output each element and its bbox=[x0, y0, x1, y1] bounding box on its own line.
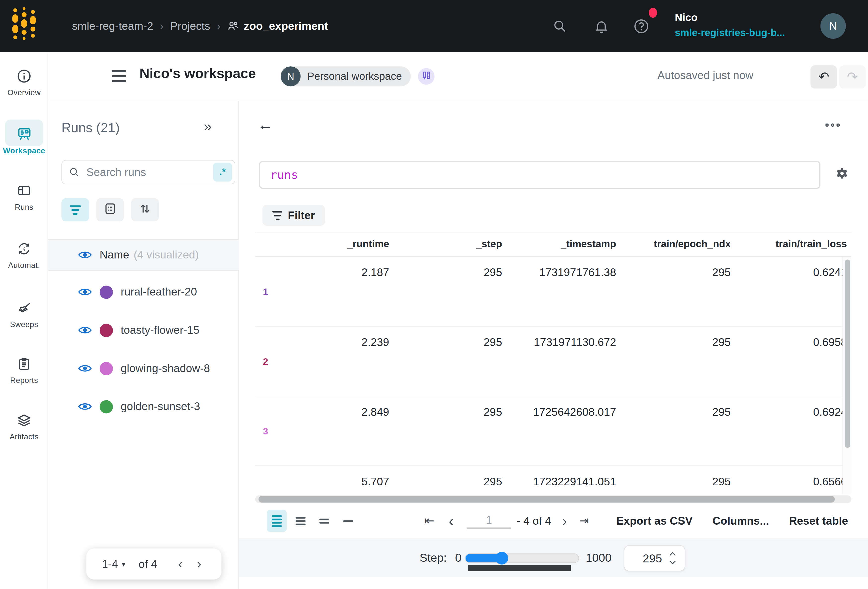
prev-page-button[interactable]: ‹ bbox=[446, 512, 457, 529]
regex-toggle-button[interactable]: .* bbox=[213, 163, 232, 182]
pencil-ruler-icon bbox=[422, 71, 431, 82]
export-csv-button[interactable]: Export as CSV bbox=[616, 514, 692, 527]
sidebar-item-workspace[interactable]: Workspace bbox=[0, 126, 48, 155]
eye-visibility-icon[interactable] bbox=[78, 287, 92, 297]
run-list-item[interactable]: toasty-flower-15 bbox=[48, 311, 239, 350]
avatar[interactable]: N bbox=[820, 13, 846, 38]
menu-icon[interactable] bbox=[112, 70, 126, 82]
run-list-item[interactable]: glowing-shadow-8 bbox=[48, 349, 239, 387]
step-slider[interactable] bbox=[465, 554, 579, 563]
next-page-button[interactable]: › bbox=[559, 512, 570, 529]
run-list-item[interactable]: golden-sunset-3 bbox=[48, 387, 239, 426]
two-lines-icon bbox=[319, 518, 329, 523]
column-header[interactable]: _step bbox=[394, 239, 506, 250]
left-nav-rail: Overview Workspace Runs Automat. bbox=[0, 52, 48, 589]
run-name[interactable]: glowing-shadow-8 bbox=[121, 362, 210, 375]
eye-visibility-icon[interactable] bbox=[78, 363, 92, 373]
filter-runs-button[interactable] bbox=[61, 198, 89, 221]
wandb-app: smle-reg-team-2 › Projects › zoo_experim… bbox=[0, 0, 868, 589]
column-header[interactable]: train/train_loss bbox=[735, 239, 852, 250]
notifications-bell-icon[interactable] bbox=[594, 0, 609, 52]
last-page-button[interactable]: ⇥ bbox=[576, 514, 592, 527]
runs-page-range-dropdown[interactable]: 1-4 ▾ bbox=[102, 558, 125, 570]
table-row[interactable]: 2.187 295 1731971761.38 295 0.6241 1 bbox=[255, 257, 852, 326]
reset-table-button[interactable]: Reset table bbox=[789, 514, 848, 527]
run-name[interactable]: toasty-flower-15 bbox=[121, 324, 199, 337]
wandb-logo-icon[interactable] bbox=[12, 7, 36, 40]
table-row[interactable]: 2.239 295 1731971130.672 295 0.6958 2 bbox=[255, 326, 852, 396]
run-name[interactable]: rural-feather-20 bbox=[121, 286, 197, 298]
undo-button[interactable]: ↶ bbox=[810, 65, 837, 89]
back-button[interactable]: ← bbox=[257, 116, 273, 134]
breadcrumb-project[interactable]: zoo_experiment bbox=[227, 20, 328, 32]
column-header[interactable]: _timestamp bbox=[506, 239, 621, 250]
first-page-button[interactable]: ⇤ bbox=[421, 514, 438, 527]
personal-workspace-badge[interactable]: N Personal workspace bbox=[280, 66, 411, 86]
column-header[interactable]: _runtime bbox=[291, 239, 394, 250]
runs-next-page-button[interactable]: › bbox=[197, 556, 201, 571]
run-list-item[interactable]: rural-feather-20 bbox=[48, 273, 239, 311]
search-runs-input[interactable] bbox=[85, 165, 213, 179]
runs-pagination-card: 1-4 ▾ of 4 ‹ › bbox=[86, 549, 221, 580]
sort-runs-button[interactable] bbox=[131, 198, 159, 221]
sidebar-item-sweeps[interactable]: Sweeps bbox=[0, 300, 48, 329]
breadcrumb-section[interactable]: Projects bbox=[170, 20, 210, 32]
sidebar-item-runs[interactable]: Runs bbox=[0, 183, 48, 211]
run-color-dot bbox=[100, 400, 113, 413]
eye-visibility-icon[interactable] bbox=[78, 250, 92, 260]
sidebar-item-reports[interactable]: Reports bbox=[0, 356, 48, 385]
vertical-scrollbar-thumb[interactable] bbox=[844, 260, 850, 447]
column-header[interactable]: train/epoch_ndx bbox=[621, 239, 735, 250]
workspace-settings-button[interactable] bbox=[418, 68, 434, 85]
spinner-down-icon[interactable] bbox=[669, 560, 676, 565]
slider-thumb[interactable] bbox=[495, 552, 508, 564]
sidebar-item-automations[interactable]: Automat. bbox=[0, 241, 48, 270]
horizontal-scrollbar-thumb[interactable] bbox=[258, 496, 835, 502]
run-list-visualized-count: (4 visualized) bbox=[134, 248, 199, 261]
row-height-large-button[interactable] bbox=[314, 510, 334, 532]
artifacts-icon bbox=[17, 420, 32, 430]
row-height-xlarge-button[interactable] bbox=[338, 510, 358, 532]
sidebar-item-overview[interactable]: Overview bbox=[0, 69, 48, 97]
row-index[interactable]: 1 bbox=[263, 287, 268, 298]
table-row[interactable]: 5.707 295 1723229141.051 295 0.6566 4 bbox=[255, 466, 852, 494]
collapse-panel-icon[interactable]: » bbox=[204, 118, 212, 135]
step-max-value: 1000 bbox=[586, 551, 611, 564]
redo-button[interactable]: ↷ bbox=[839, 65, 866, 89]
runs-table-panel: ← Filter _runtime bbox=[239, 101, 868, 589]
workspace-badge-label: Personal workspace bbox=[301, 70, 410, 83]
sidebar-item-artifacts[interactable]: Artifacts bbox=[0, 413, 48, 441]
cell-step: 295 bbox=[394, 326, 506, 348]
columns-button[interactable]: Columns... bbox=[712, 514, 769, 527]
step-label: Step: bbox=[419, 551, 447, 564]
panel-settings-gear-icon[interactable] bbox=[834, 167, 850, 184]
panel-overflow-menu-icon[interactable] bbox=[825, 124, 840, 127]
autosave-status: Autosaved just now bbox=[657, 69, 753, 82]
breadcrumb-team[interactable]: smle-reg-team-2 bbox=[72, 20, 154, 32]
run-list-header[interactable]: Name (4 visualized) bbox=[48, 239, 239, 271]
user-menu[interactable]: Nico smle-registries-bug-b... bbox=[675, 9, 785, 41]
row-index[interactable]: 3 bbox=[263, 426, 268, 437]
spinner-up-icon[interactable] bbox=[669, 552, 676, 556]
filter-button[interactable]: Filter bbox=[263, 205, 325, 226]
panel-query-input[interactable] bbox=[259, 161, 820, 189]
chevron-down-icon: ▾ bbox=[122, 560, 125, 568]
run-settings-button[interactable] bbox=[96, 198, 124, 221]
workspace-owner-avatar: N bbox=[280, 66, 301, 86]
team-members-icon bbox=[227, 20, 239, 32]
page-number-input[interactable] bbox=[467, 513, 511, 529]
row-index[interactable]: 2 bbox=[263, 356, 268, 368]
row-height-medium-button[interactable] bbox=[291, 510, 310, 532]
eye-visibility-icon[interactable] bbox=[78, 325, 92, 335]
eye-visibility-icon[interactable] bbox=[78, 402, 92, 411]
table-row[interactable]: 2.849 295 1725642608.017 295 0.6924 3 bbox=[255, 396, 852, 466]
step-value-input[interactable] bbox=[629, 551, 663, 565]
row-height-small-button[interactable] bbox=[267, 510, 286, 532]
cell-runtime: 2.849 bbox=[291, 396, 394, 418]
run-name[interactable]: golden-sunset-3 bbox=[121, 400, 200, 413]
search-icon[interactable] bbox=[552, 0, 567, 52]
user-org[interactable]: smle-registries-bug-b... bbox=[675, 26, 785, 41]
runs-prev-page-button[interactable]: ‹ bbox=[178, 556, 183, 571]
runs-sidebar-panel: Runs (21) » .* bbox=[48, 101, 239, 589]
help-icon[interactable] bbox=[633, 0, 650, 52]
